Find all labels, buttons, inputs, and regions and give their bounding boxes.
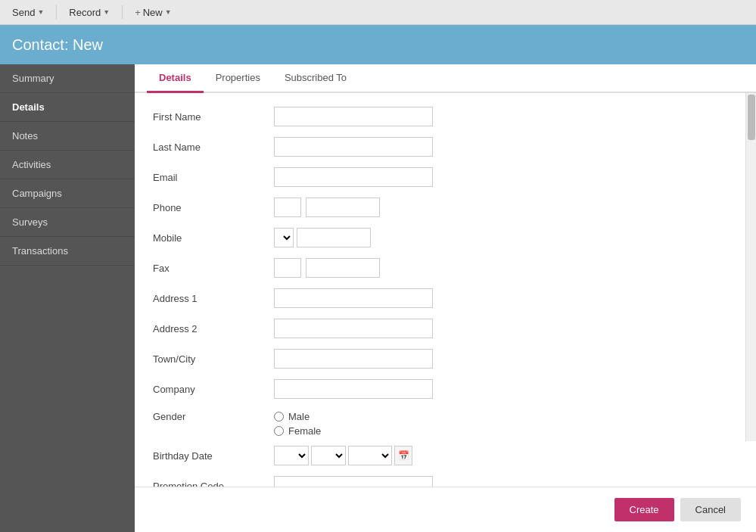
fax-row: Fax [153, 257, 738, 279]
email-field [274, 167, 738, 187]
sidebar-item-campaigns[interactable]: Campaigns [0, 179, 135, 208]
company-row: Company [153, 378, 738, 400]
fax-prefix-input[interactable] [274, 258, 301, 278]
record-button[interactable]: Record ▼ [63, 4, 116, 21]
sidebar-item-details[interactable]: Details [0, 93, 135, 122]
phone-field [274, 198, 738, 217]
page-header: Contact: New [0, 25, 756, 64]
send-label: Send [12, 7, 35, 18]
address2-field [274, 319, 738, 338]
gender-label: Gender [153, 411, 274, 422]
town-city-row: Town/City [153, 347, 738, 370]
birthday-day-select[interactable] [274, 446, 309, 465]
promotion-code-field [274, 476, 738, 487]
page-title: Contact: New [12, 36, 103, 54]
address1-row: Address 1 [153, 287, 738, 310]
footer: Create Cancel [135, 487, 756, 532]
cancel-button[interactable]: Cancel [680, 498, 741, 521]
town-city-field [274, 349, 738, 369]
address2-label: Address 2 [153, 323, 274, 334]
sidebar-item-summary[interactable]: Summary [0, 64, 135, 93]
tab-subscribed-to[interactable]: Subscribed To [272, 64, 359, 93]
new-dropdown-icon: ▼ [165, 8, 172, 16]
scrollbar[interactable] [745, 93, 756, 441]
send-button[interactable]: Send ▼ [6, 4, 50, 21]
company-input[interactable] [274, 379, 433, 399]
main-layout: Summary Details Notes Activities Campaig… [0, 64, 756, 532]
first-name-label: First Name [153, 111, 274, 123]
email-row: Email [153, 166, 738, 188]
gender-female-label[interactable]: Female [274, 425, 738, 437]
scrollbar-thumb[interactable] [748, 95, 755, 140]
phone-row: Phone [153, 196, 738, 219]
new-button[interactable]: + New ▼ [129, 4, 178, 21]
create-button[interactable]: Create [614, 498, 674, 521]
last-name-input[interactable] [274, 137, 433, 157]
tabs-bar: Details Properties Subscribed To [135, 64, 756, 93]
sidebar: Summary Details Notes Activities Campaig… [0, 64, 135, 532]
calendar-icon: 📅 [398, 450, 409, 461]
new-label: New [143, 7, 163, 18]
phone-prefix-input[interactable] [274, 198, 301, 217]
tab-details[interactable]: Details [147, 64, 204, 93]
sidebar-item-activities[interactable]: Activities [0, 151, 135, 179]
birthday-calendar-button[interactable]: 📅 [394, 446, 412, 465]
company-field [274, 379, 738, 399]
sidebar-item-notes[interactable]: Notes [0, 122, 135, 151]
toolbar-separator-1 [56, 5, 57, 19]
last-name-field [274, 137, 738, 157]
sidebar-item-surveys[interactable]: Surveys [0, 208, 135, 237]
birthday-date-row: Birthday Date 📅 [153, 444, 738, 467]
toolbar-separator-2 [122, 5, 123, 19]
gender-male-radio[interactable] [274, 412, 284, 422]
birthday-date-field: 📅 [274, 446, 738, 465]
first-name-row: First Name [153, 105, 738, 128]
promotion-code-label: Promotion Code [153, 481, 274, 487]
content-area: Details Properties Subscribed To First N… [135, 64, 756, 532]
birthday-year-select[interactable] [348, 446, 392, 465]
town-city-input[interactable] [274, 349, 433, 369]
company-label: Company [153, 384, 274, 395]
phone-number-input[interactable] [306, 198, 380, 217]
gender-female-radio[interactable] [274, 426, 284, 436]
mobile-label: Mobile [153, 232, 274, 244]
mobile-field [274, 228, 738, 247]
gender-female-text: Female [288, 425, 321, 437]
promotion-code-input[interactable] [274, 476, 433, 487]
fax-field [274, 258, 738, 278]
address2-input[interactable] [274, 319, 433, 338]
birthday-date-label: Birthday Date [153, 450, 274, 462]
mobile-number-input[interactable] [297, 228, 371, 247]
email-input[interactable] [274, 167, 433, 187]
new-plus-icon: + [135, 7, 141, 18]
address1-label: Address 1 [153, 293, 274, 304]
record-label: Record [69, 7, 101, 18]
mobile-row: Mobile [153, 226, 738, 249]
record-dropdown-icon: ▼ [103, 8, 110, 16]
phone-label: Phone [153, 202, 274, 213]
tab-properties[interactable]: Properties [204, 64, 272, 93]
last-name-label: Last Name [153, 142, 274, 153]
gender-field: Male Female [274, 411, 738, 437]
fax-label: Fax [153, 263, 274, 274]
last-name-row: Last Name [153, 135, 738, 158]
mobile-country-select[interactable] [274, 228, 294, 247]
address1-input[interactable] [274, 288, 433, 308]
sidebar-item-transactions[interactable]: Transactions [0, 237, 135, 266]
fax-number-input[interactable] [306, 258, 380, 278]
send-dropdown-icon: ▼ [37, 8, 44, 16]
address2-row: Address 2 [153, 317, 738, 340]
address1-field [274, 288, 738, 308]
gender-male-text: Male [288, 411, 310, 422]
form-area: First Name Last Name Email [135, 93, 756, 487]
birthday-month-select[interactable] [311, 446, 346, 465]
town-city-label: Town/City [153, 353, 274, 365]
first-name-field [274, 107, 738, 126]
gender-row: Gender Male Female [153, 408, 738, 437]
toolbar: Send ▼ Record ▼ + New ▼ [0, 0, 756, 25]
gender-male-label[interactable]: Male [274, 411, 738, 422]
first-name-input[interactable] [274, 107, 433, 126]
email-label: Email [153, 172, 274, 183]
promotion-code-row: Promotion Code [153, 474, 738, 487]
